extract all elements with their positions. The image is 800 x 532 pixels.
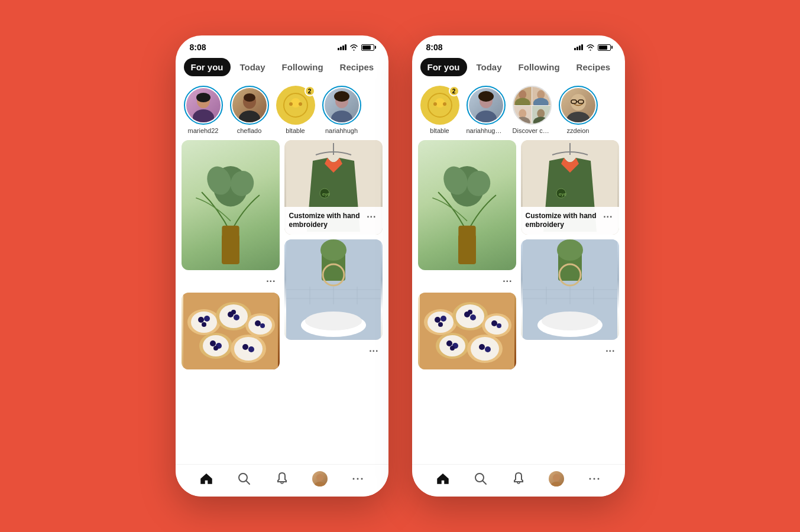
food-image-left xyxy=(182,293,280,369)
pin-plant-right[interactable] xyxy=(418,140,516,270)
svg-point-109 xyxy=(450,346,455,351)
jacket-caption-right: Customize with hand embroidery ··· xyxy=(521,207,619,235)
tab-following-left[interactable]: Following xyxy=(275,58,331,76)
pin-food-left[interactable] xyxy=(182,293,280,369)
svg-point-64 xyxy=(435,98,445,108)
svg-point-69 xyxy=(475,111,497,122)
badge-bltable-right: 2 xyxy=(449,86,459,96)
plant-image xyxy=(182,140,280,270)
avatar-wrapper-bltable-right: 2 xyxy=(420,86,459,125)
svg-point-39 xyxy=(242,344,248,350)
svg-point-73 xyxy=(537,90,545,99)
jacket-title-left: Customize with hand embroidery xyxy=(289,212,366,230)
bell-nav-left[interactable] xyxy=(274,471,290,487)
pin-bathroom-right[interactable] xyxy=(521,239,619,340)
svg-point-98 xyxy=(471,337,499,361)
avatar-ring-zzdeion xyxy=(559,86,598,125)
svg-point-36 xyxy=(210,340,216,346)
more-dots-right-1[interactable]: ··· xyxy=(604,346,616,356)
svg-point-133 xyxy=(597,478,599,480)
pin-grid-right: ··· xyxy=(418,140,619,369)
tab-for-you-right[interactable]: For you xyxy=(420,58,467,76)
wifi-icon-right xyxy=(586,44,595,51)
svg-point-62 xyxy=(357,478,358,480)
jacket-more-left[interactable]: ··· xyxy=(365,212,377,222)
profile-nav-right[interactable] xyxy=(548,471,565,487)
story-bltable-left[interactable]: 2 bltable xyxy=(276,86,315,134)
svg-point-129 xyxy=(553,474,560,481)
jacket-title-right: Customize with hand embroidery xyxy=(526,212,603,230)
svg-point-5 xyxy=(244,93,255,102)
wifi-icon xyxy=(349,44,358,51)
stories-row-left: mariehd22 cheflado xyxy=(176,82,388,140)
story-nariahhugh[interactable]: nariahhugh xyxy=(322,86,361,134)
nav-tabs-right: For you Today Following Recipes xyxy=(412,54,625,82)
more-nav-left[interactable] xyxy=(349,471,366,487)
svg-point-50 xyxy=(305,312,362,330)
svg-point-121 xyxy=(542,312,598,330)
status-icons-right xyxy=(574,44,611,51)
tab-recipes-left[interactable]: Recipes xyxy=(333,58,381,76)
svg-point-132 xyxy=(593,478,595,480)
more-dots-right-0[interactable]: ··· xyxy=(501,276,513,287)
svg-point-99 xyxy=(435,317,441,323)
svg-point-75 xyxy=(519,109,526,118)
svg-point-4 xyxy=(239,111,260,122)
search-nav-left[interactable] xyxy=(236,471,252,487)
story-nariahhughes-right[interactable]: nariahhughes xyxy=(467,86,506,134)
tab-for-you-left[interactable]: For you xyxy=(184,58,231,76)
story-label-discover: Discover creators xyxy=(513,127,552,134)
tab-today-right[interactable]: Today xyxy=(469,58,509,76)
story-zzdeion[interactable]: zzdeion xyxy=(559,86,598,134)
content-area-left: ··· xyxy=(176,140,388,464)
home-nav-right[interactable] xyxy=(435,471,451,487)
more-dots-left[interactable]: ··· xyxy=(265,276,277,287)
status-icons-left xyxy=(338,44,374,51)
story-bltable-right[interactable]: 2 bltable xyxy=(420,86,459,134)
svg-point-67 xyxy=(443,102,446,106)
svg-point-100 xyxy=(441,316,446,322)
svg-point-101 xyxy=(438,322,443,327)
bell-nav-right[interactable] xyxy=(510,471,527,487)
pin-jacket-right[interactable]: eye Customize with hand embroidery ··· xyxy=(521,140,619,235)
svg-point-11 xyxy=(331,111,352,122)
svg-point-70 xyxy=(478,91,494,102)
status-bar-left: 8:08 xyxy=(176,35,388,54)
svg-point-28 xyxy=(198,317,204,323)
story-mariehd22[interactable]: mariehd22 xyxy=(184,86,223,134)
profile-nav-left[interactable] xyxy=(312,471,328,487)
svg-point-59 xyxy=(316,474,323,481)
status-bar-right: 8:08 xyxy=(412,35,625,54)
jacket-more-right[interactable]: ··· xyxy=(602,212,614,222)
search-nav-right[interactable] xyxy=(472,471,489,487)
svg-point-33 xyxy=(231,310,236,314)
dots-right-1: ··· xyxy=(521,345,619,358)
svg-point-60 xyxy=(314,482,326,486)
tab-today-left[interactable]: Today xyxy=(233,58,273,76)
svg-rect-87 xyxy=(458,226,475,244)
svg-point-32 xyxy=(234,314,239,320)
svg-point-35 xyxy=(260,323,265,328)
more-dots-right[interactable]: ··· xyxy=(368,346,380,356)
avatar-nariahhugh xyxy=(325,88,359,122)
svg-point-2 xyxy=(196,93,210,102)
tab-recipes-right[interactable]: Recipes xyxy=(569,58,618,76)
story-discover-creators[interactable]: Discover creators xyxy=(513,86,552,134)
svg-point-111 xyxy=(485,346,491,352)
tab-following-right[interactable]: Following xyxy=(511,58,567,76)
home-nav-left[interactable] xyxy=(198,471,215,487)
avatar-nariahhughes xyxy=(469,88,503,122)
svg-point-47 xyxy=(320,239,346,261)
avatar-ring-nariahhugh xyxy=(322,86,361,125)
avatar-ring-mariehd22 xyxy=(184,86,223,125)
more-nav-right[interactable] xyxy=(586,471,603,487)
bathroom-image-left xyxy=(284,239,383,340)
story-cheflado[interactable]: cheflado xyxy=(230,86,269,134)
pin-food-right[interactable] xyxy=(418,293,516,369)
svg-point-110 xyxy=(479,344,485,350)
pin-jacket-left[interactable]: eye Customize with hand embroidery ··· xyxy=(284,140,383,235)
pin-plant-left[interactable] xyxy=(182,140,280,270)
pin-col-right-0: ··· xyxy=(418,140,516,369)
svg-line-128 xyxy=(482,481,486,484)
pin-bathroom-left[interactable] xyxy=(284,239,383,340)
